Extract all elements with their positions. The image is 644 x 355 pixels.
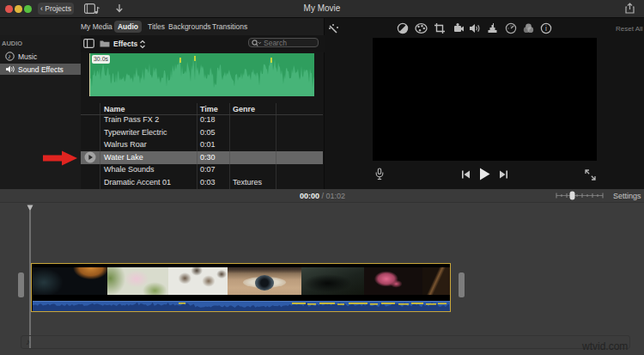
- svg-text:i: i: [545, 24, 547, 33]
- svg-text:♪: ♪: [8, 52, 11, 60]
